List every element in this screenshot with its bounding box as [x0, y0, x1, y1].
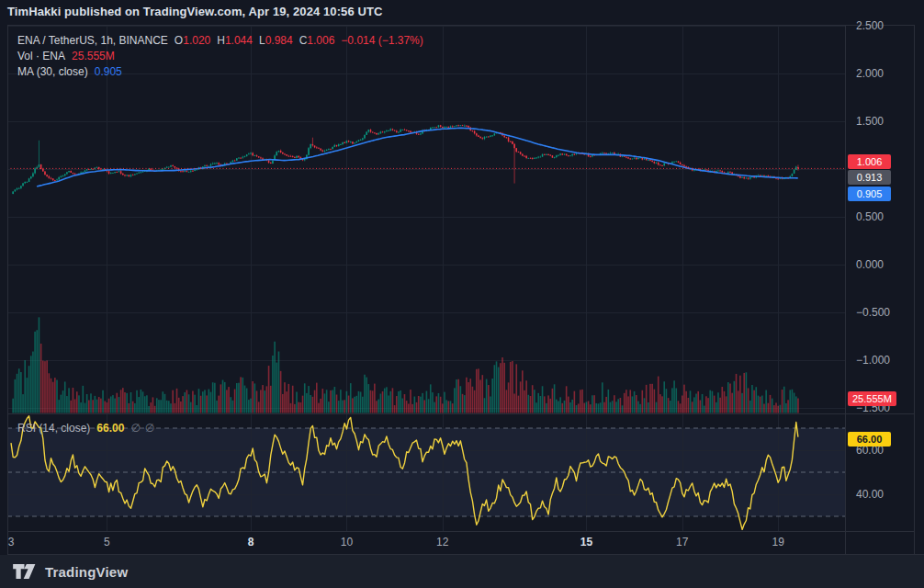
tradingview-logo-icon[interactable] [12, 563, 37, 581]
ohlc-values: O1.020H1.044L0.984C1.006 [175, 33, 335, 49]
change-value: −0.014 (−1.37%) [341, 33, 423, 49]
volume-series [12, 317, 798, 413]
main-legend: ENA / TetherUS, 1h, BINANCE O1.020H1.044… [17, 33, 423, 80]
time-axis-label: 8 [248, 535, 254, 549]
time-axis-label: 3 [8, 535, 15, 549]
rsi-source-toggle-icon-2[interactable]: ∅ [145, 422, 154, 435]
rsi-legend-value: 66.00 [96, 422, 124, 435]
ohlc-open-label: O [175, 33, 183, 49]
ohlc-open: O1.020 [175, 33, 210, 49]
volume-badge: 25.555M [848, 391, 896, 406]
ohlc-high: H1.044 [217, 33, 253, 49]
price-badge: 1.006 [848, 154, 891, 169]
ohlc-close-value: 1.006 [307, 33, 334, 49]
price-badge: 0.913 [848, 170, 891, 185]
ohlc-high-value: 1.044 [225, 33, 253, 49]
symbol-title: ENA / TetherUS, 1h, BINANCE [17, 33, 168, 49]
time-axis-label: 5 [104, 535, 110, 549]
time-axis-label: 19 [772, 535, 784, 549]
price-axis-label: −1.000 [856, 353, 890, 368]
price-axis-label: 0.000 [856, 257, 884, 272]
ma-legend-value: 0.905 [95, 64, 122, 80]
time-axis-label: 17 [676, 535, 688, 549]
symbol-legend-row: ENA / TetherUS, 1h, BINANCE O1.020H1.044… [17, 33, 423, 49]
rsi-source-toggle-icon-1[interactable]: ∅ [130, 422, 140, 435]
price-axis-label: 1.500 [856, 114, 884, 129]
volume-legend-row: Vol · ENA 25.555M [17, 49, 423, 64]
volume-legend-label: Vol · ENA [17, 49, 65, 64]
footer-bar: TradingView [0, 555, 924, 588]
published-chart-page: TimHakki published on TradingView.com, A… [0, 0, 924, 588]
time-axis-label: 12 [436, 535, 448, 549]
ohlc-low-label: L [259, 33, 265, 49]
ma-legend-row: MA (30, close) 0.905 [17, 64, 423, 80]
price-axis-label: −0.500 [856, 305, 890, 320]
time-axis-label: 15 [580, 535, 592, 549]
ohlc-high-label: H [217, 33, 225, 49]
price-axis-label: 0.500 [856, 209, 884, 224]
ohlc-low: L0.984 [259, 33, 293, 49]
ohlc-close-label: C [299, 33, 308, 49]
ma-legend-label: MA (30, close) [17, 64, 88, 80]
time-axis-label: 10 [341, 535, 353, 549]
ohlc-open-value: 1.020 [183, 33, 210, 49]
rsi-legend-icons: ∅∅ [130, 422, 154, 435]
ohlc-close: C1.006 [299, 33, 335, 49]
volume-legend-value: 25.555M [72, 49, 115, 64]
chart-canvas[interactable] [0, 0, 924, 588]
tradingview-brand[interactable]: TradingView [45, 564, 128, 580]
price-axis-label: 2.500 [856, 18, 884, 33]
ohlc-low-value: 0.984 [265, 33, 293, 49]
rsi-legend-row: RSI (14, close) 66.00 ∅∅ [17, 422, 154, 435]
rsi-legend-label: RSI (14, close) [17, 422, 90, 435]
price-axis-label: 2.000 [856, 66, 884, 81]
rsi-axis-label: 40.00 [856, 487, 884, 502]
price-badge: 0.905 [848, 187, 891, 201]
rsi-badge: 66.00 [848, 432, 891, 447]
